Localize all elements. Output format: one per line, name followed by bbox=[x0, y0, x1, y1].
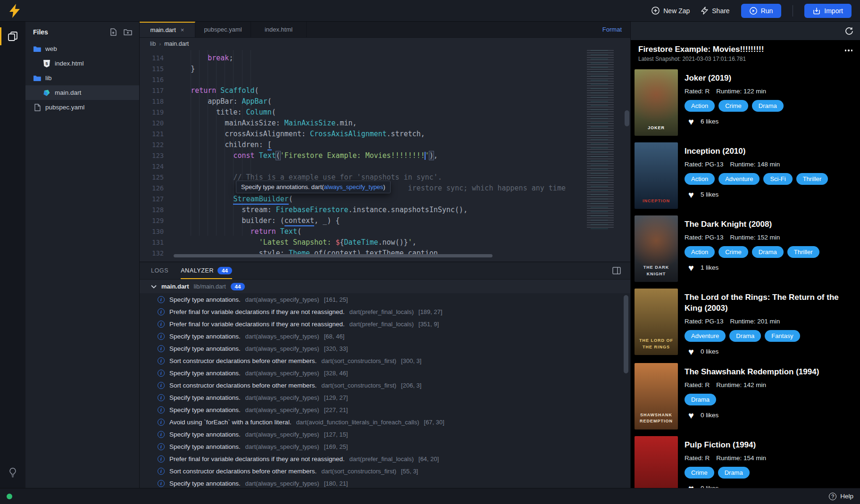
editor-vscrollbar[interactable] bbox=[625, 110, 629, 126]
share-button[interactable]: Share bbox=[701, 7, 729, 15]
breadcrumb-item-main-dart[interactable]: main.dart bbox=[164, 41, 189, 47]
code-line[interactable]: 127StreamBuilder( bbox=[140, 194, 585, 205]
genre-chip-thriller: Thriller bbox=[796, 173, 828, 185]
analyzer-issue-row[interactable]: i Specify type annotations. dart(always_… bbox=[140, 428, 630, 440]
help-button[interactable]: ? Help bbox=[829, 493, 853, 500]
issue-message: Specify type annotations. bbox=[169, 443, 241, 450]
code-line[interactable]: 124 bbox=[140, 161, 585, 172]
genre-chip-sci-fi: Sci-Fi bbox=[763, 173, 792, 185]
issue-rule: dart(always_specify_types) bbox=[245, 431, 319, 438]
topbar-divider bbox=[793, 5, 793, 17]
breadcrumb-item-lib[interactable]: lib bbox=[150, 41, 156, 47]
panel-tab-analyzer[interactable]: ANALYZER 44 bbox=[181, 262, 232, 279]
genre-chips: ActionAdventureSci-FiThriller bbox=[685, 173, 828, 185]
new-zap-button[interactable]: New Zap bbox=[651, 7, 690, 15]
analyzer-issue-row[interactable]: i Sort constructor declarations before o… bbox=[140, 355, 630, 367]
genre-chip-action: Action bbox=[685, 173, 715, 185]
import-tray-icon bbox=[813, 7, 820, 15]
editor-hscrollbar[interactable] bbox=[174, 254, 493, 257]
code-line[interactable]: 128stream: FirebaseFirestore.instance.sn… bbox=[140, 205, 585, 215]
analyzer-issue-row[interactable]: i Specify type annotations. dart(always_… bbox=[140, 440, 630, 453]
movie-list: JOKER Joker (2019) Rated: R Runtime: 122… bbox=[631, 66, 860, 488]
code-token: FirebaseFirestore bbox=[276, 206, 349, 214]
minimap[interactable] bbox=[585, 50, 624, 229]
close-tab-icon[interactable]: × bbox=[181, 26, 184, 33]
analyzer-file-group[interactable]: main.dart lib/main.dart 44 bbox=[140, 279, 630, 293]
code-token: Column bbox=[246, 108, 272, 116]
code-line[interactable]: 121crossAxisAlignment: CrossAxisAlignmen… bbox=[140, 129, 585, 140]
run-button[interactable]: Run bbox=[741, 4, 782, 18]
movie-card: THE DARK KNIGHT The Dark Knight (2008) R… bbox=[631, 212, 860, 285]
analyzer-issue-row[interactable]: i Prefer final for variable declarations… bbox=[140, 306, 630, 318]
analyzer-issue-row[interactable]: i Specify type annotations. dart(always_… bbox=[140, 342, 630, 355]
new-folder-button[interactable] bbox=[123, 28, 133, 36]
editor-tab-index-html[interactable]: index.html bbox=[251, 22, 307, 37]
heart-icon[interactable]: ♥ bbox=[688, 347, 694, 356]
analyzer-issue-row[interactable]: i Prefer final for variable declarations… bbox=[140, 453, 630, 465]
editor-tab-main-dart[interactable]: main.dart × bbox=[140, 22, 195, 37]
code-editor[interactable]: 114break;115}116117return Scaffold(118ap… bbox=[140, 50, 630, 262]
analyzer-count-badge: 44 bbox=[217, 267, 232, 274]
code-line[interactable]: 115} bbox=[140, 64, 585, 74]
movie-runtime: Runtime: 201 min bbox=[730, 318, 780, 325]
editor-tab-pubspec-yaml[interactable]: pubspec.yaml bbox=[195, 22, 251, 37]
issue-location: [180, 21] bbox=[324, 480, 348, 487]
code-line[interactable]: 130return Text( bbox=[140, 226, 585, 237]
heart-icon[interactable]: ♥ bbox=[688, 190, 694, 199]
code-line[interactable]: 114break; bbox=[140, 53, 585, 64]
format-button[interactable]: Format bbox=[594, 26, 630, 33]
heart-icon[interactable]: ♥ bbox=[688, 411, 694, 420]
analyzer-issue-row[interactable]: i Prefer final for variable declarations… bbox=[140, 318, 630, 330]
file-tree-item-web[interactable]: web bbox=[25, 41, 139, 56]
lightbulb-rail-button[interactable] bbox=[0, 462, 25, 483]
analyzer-issue-row[interactable]: i Specify type annotations. dart(always_… bbox=[140, 404, 630, 416]
line-number: 128 bbox=[140, 205, 166, 215]
files-rail-button[interactable] bbox=[0, 25, 25, 47]
analyzer-issue-row[interactable]: i Specify type annotations. dart(always_… bbox=[140, 293, 630, 306]
movie-runtime: Runtime: 154 min bbox=[716, 454, 766, 462]
analyzer-issue-row[interactable]: i Avoid using `forEach` with a function … bbox=[140, 416, 630, 428]
lint-tooltip-suffix: ) bbox=[383, 183, 385, 190]
heart-icon[interactable]: ♥ bbox=[688, 484, 694, 488]
code-line[interactable]: 116 bbox=[140, 74, 585, 85]
line-number: 130 bbox=[140, 226, 166, 237]
info-icon: i bbox=[158, 357, 165, 364]
analyzer-issue-row[interactable]: i Specify type annotations. dart(always_… bbox=[140, 330, 630, 342]
panel-scrollbar[interactable] bbox=[624, 295, 628, 373]
import-button[interactable]: Import bbox=[804, 4, 852, 18]
refresh-button[interactable] bbox=[845, 27, 853, 35]
code-line[interactable]: 120mainAxisSize: MainAxisSize.min, bbox=[140, 118, 585, 129]
genre-chips: ActionCrimeDrama bbox=[685, 100, 784, 112]
html-icon: 5 bbox=[42, 59, 50, 67]
zapp-logo-icon[interactable] bbox=[8, 4, 21, 18]
analyzer-issue-row[interactable]: i Specify type annotations. dart(always_… bbox=[140, 477, 630, 488]
file-tree-item-main-dart[interactable]: main.dart bbox=[25, 85, 139, 100]
movie-title: Pulp Fiction (1994) bbox=[685, 440, 766, 451]
info-icon: i bbox=[158, 345, 165, 352]
analyzer-issue-row[interactable]: i Sort constructor declarations before o… bbox=[140, 465, 630, 477]
issue-location: [227, 21] bbox=[324, 406, 348, 413]
files-panel-title: Files bbox=[33, 28, 48, 36]
file-tree-item-index-html[interactable]: 5 index.html bbox=[25, 56, 139, 71]
code-line[interactable]: 118appBar: AppBar( bbox=[140, 96, 585, 107]
panel-layout-icon[interactable] bbox=[612, 267, 626, 274]
overflow-menu-icon[interactable] bbox=[845, 45, 853, 51]
code-line[interactable]: 119title: Column( bbox=[140, 107, 585, 118]
code-line[interactable]: 123const Text('Firestore Example: Movies… bbox=[140, 150, 585, 161]
issue-rule: dart(always_specify_types) bbox=[245, 370, 319, 377]
panel-tab-logs[interactable]: LOGS bbox=[151, 262, 168, 279]
heart-icon[interactable]: ♥ bbox=[688, 117, 694, 126]
heart-icon[interactable]: ♥ bbox=[688, 263, 694, 273]
code-line[interactable]: 122children: [ bbox=[140, 140, 585, 150]
new-file-button[interactable] bbox=[109, 28, 117, 36]
code-line[interactable]: 117return Scaffold( bbox=[140, 85, 585, 96]
analyzer-issue-row[interactable]: i Specify type annotations. dart(always_… bbox=[140, 391, 630, 404]
file-tree-item-lib[interactable]: lib bbox=[25, 71, 139, 85]
code-line[interactable]: 131'Latest Snapshot: ${DateTime.now()}', bbox=[140, 237, 585, 248]
file-tree-item-pubspec-yaml[interactable]: pubspec.yaml bbox=[25, 100, 139, 115]
analyzer-issue-row[interactable]: i Sort constructor declarations before o… bbox=[140, 379, 630, 391]
analyzer-issue-row[interactable]: i Specify type annotations. dart(always_… bbox=[140, 367, 630, 379]
lint-rule-link[interactable]: always_specify_types bbox=[324, 183, 384, 190]
code-line[interactable]: 129builder: (context, _) { bbox=[140, 215, 585, 226]
lightbulb-icon bbox=[8, 467, 18, 478]
